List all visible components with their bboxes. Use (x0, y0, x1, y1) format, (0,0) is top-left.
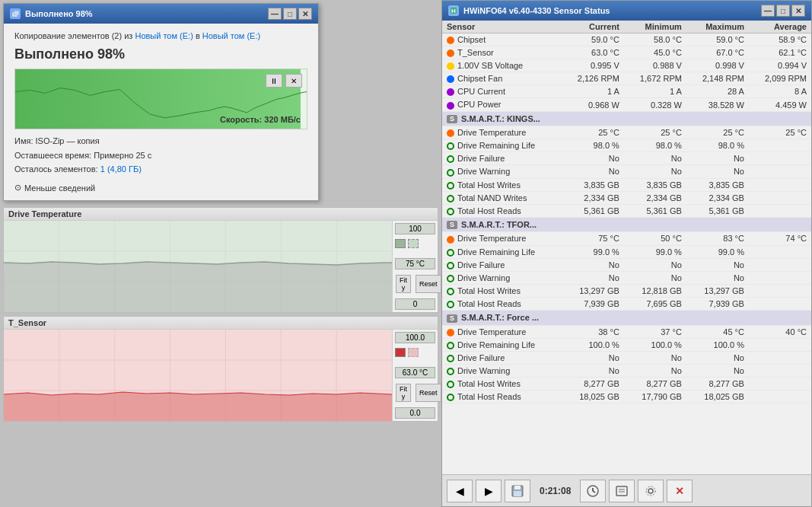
copy-items: Осталось элементов: 1 (4,80 ГБ) (14, 162, 307, 177)
table-row[interactable]: Total NAND Writes2,334 GB2,334 GB2,334 G… (442, 191, 811, 204)
table-row[interactable]: Drive FailureNoNoNo (442, 258, 811, 271)
sensor-average: 62.1 °C (749, 46, 811, 59)
sensor-name: Chipset Fan (442, 72, 562, 85)
sensor-maximum: 59.0 °C (686, 33, 749, 46)
table-row[interactable]: Drive WarningNoNoNo (442, 165, 811, 178)
titlebar-left: Выполнено 98% (10, 8, 93, 19)
sensor-name: Drive Warning (442, 165, 562, 178)
sensor-average (749, 258, 811, 271)
sensor-maximum: No (686, 152, 749, 165)
table-row[interactable]: Total Host Reads18,025 GB17,790 GB18,025… (442, 391, 811, 403)
sensor-maximum: 18,025 GB (686, 391, 749, 403)
sensor-current: 0.968 W (562, 98, 624, 111)
sensor-current: No (562, 351, 624, 364)
table-row[interactable]: Drive FailureNoNoNo (442, 351, 811, 364)
sensor-current: 98.0 % (562, 139, 624, 152)
sensor-average (749, 338, 811, 351)
table-row[interactable]: Total Host Writes8,277 GB8,277 GB8,277 G… (442, 377, 811, 390)
svg-rect-21 (514, 486, 521, 489)
col-current: Current (562, 21, 624, 33)
sensor-maximum: No (686, 258, 749, 271)
table-row[interactable]: CPU Current1 A1 A28 A8 A (442, 85, 811, 98)
source-link1[interactable]: Новый том (E:) (135, 31, 193, 40)
svg-point-29 (648, 489, 653, 493)
table-row[interactable]: Drive Remaining Life100.0 %100.0 %100.0 … (442, 338, 811, 351)
speed-label: Скорость: 320 МБ/с (220, 115, 301, 124)
table-row[interactable]: Drive FailureNoNoNo (442, 152, 811, 165)
stop-button[interactable]: ✕ (285, 74, 302, 88)
sensor-table[interactable]: Sensor Current Minimum Maximum Average C… (442, 21, 811, 474)
table-row[interactable]: Total Host Reads5,361 GB5,361 GB5,361 GB (442, 204, 811, 217)
sensor-current: 38 °C (562, 325, 624, 338)
sensor-current: 75 °C (562, 232, 624, 245)
hwinfo-minimize-btn[interactable]: — (761, 5, 775, 17)
hwinfo-close-btn[interactable]: ✕ (791, 5, 805, 17)
sensor-current: 7,939 GB (562, 297, 624, 310)
hwinfo-restore-btn[interactable]: □ (776, 5, 790, 17)
chart2-fity-button[interactable]: Fit y (396, 384, 411, 402)
sensor-minimum: 8,277 GB (624, 377, 686, 390)
table-row[interactable]: Chipset Fan2,126 RPM1,672 RPM2,148 RPM2,… (442, 72, 811, 85)
close-status-button[interactable]: ✕ (667, 480, 693, 502)
sensor-current: 2,334 GB (562, 191, 624, 204)
sensor-maximum: 2,334 GB (686, 191, 749, 204)
table-row[interactable]: Drive Temperature75 °C50 °C83 °C74 °C (442, 232, 811, 245)
sensor-current: 13,297 GB (562, 284, 624, 297)
table-row[interactable]: 1.00V SB Voltage0.995 V0.988 V0.998 V0.9… (442, 59, 811, 72)
sensor-average (749, 351, 811, 364)
sensor-average (749, 191, 811, 204)
table-row[interactable]: Drive Temperature38 °C37 °C45 °C40 °C (442, 325, 811, 338)
pause-button[interactable]: ⏸ (266, 74, 282, 88)
chart2-legend (393, 346, 438, 359)
source-link2[interactable]: Новый том (E:) (202, 31, 260, 40)
sensor-maximum: 3,835 GB (686, 178, 749, 191)
export-button[interactable] (609, 480, 635, 502)
svg-rect-22 (514, 491, 521, 496)
sensor-average (749, 152, 811, 165)
sensor-name: Drive Remaining Life (442, 338, 562, 351)
table-row[interactable]: Drive Remaining Life98.0 %98.0 %98.0 % (442, 139, 811, 152)
chart2-reset-button[interactable]: Reset (416, 384, 441, 402)
minimize-button[interactable]: — (268, 8, 282, 20)
sensor-name: CPU Current (442, 85, 562, 98)
table-row[interactable]: Chipset59.0 °C58.0 °C59.0 °C58.9 °C (442, 33, 811, 46)
hwinfo-titlebar-left: H HWiNFO64 v6.40-4330 Sensor Status (448, 5, 610, 16)
sensor-minimum: No (624, 165, 686, 178)
table-row[interactable]: T_Sensor63.0 °C45.0 °C67.0 °C62.1 °C (442, 46, 811, 59)
sensor-name: Drive Remaining Life (442, 139, 562, 152)
chart1-reset-button[interactable]: Reset (416, 275, 441, 293)
chart1-legend (393, 237, 438, 250)
table-row[interactable]: CPU Power0.968 W0.328 W38.528 W4.459 W (442, 98, 811, 111)
sensor-name: Drive Warning (442, 364, 562, 377)
sensor-minimum: 98.0 % (624, 139, 686, 152)
save-button[interactable] (505, 480, 530, 502)
sensor-name: Total Host Reads (442, 204, 562, 217)
clock-button[interactable] (580, 480, 606, 502)
table-row[interactable]: Drive WarningNoNoNo (442, 271, 811, 284)
copy-dialog-icon (10, 8, 21, 19)
back-button[interactable]: ◀ (447, 480, 473, 502)
hwinfo-body: Sensor Current Minimum Maximum Average C… (442, 21, 811, 474)
table-row[interactable]: Total Host Writes3,835 GB3,835 GB3,835 G… (442, 178, 811, 191)
copy-source-text: Копирование элементов (2) из Новый том (… (14, 31, 307, 40)
sensor-minimum: 7,695 GB (624, 297, 686, 310)
table-row[interactable]: Drive Temperature25 °C25 °C25 °C25 °C (442, 126, 811, 139)
sensor-maximum: 99.0 % (686, 245, 749, 258)
table-row[interactable]: Total Host Writes13,297 GB12,818 GB13,29… (442, 284, 811, 297)
forward-button[interactable]: ▶ (476, 480, 502, 502)
chart1-header: Drive Temperature (4, 208, 438, 221)
table-row[interactable]: Drive WarningNoNoNo (442, 364, 811, 377)
close-title-button[interactable]: ✕ (298, 8, 312, 20)
table-row[interactable]: Drive Remaining Life99.0 %99.0 %99.0 % (442, 245, 811, 258)
details-toggle[interactable]: ⊙ Меньше сведений (14, 183, 307, 193)
sensor-current: 25 °C (562, 126, 624, 139)
table-row[interactable]: Total Host Reads7,939 GB7,695 GB7,939 GB (442, 297, 811, 310)
sensor-maximum: 13,297 GB (686, 284, 749, 297)
sensor-average: 4.459 W (749, 98, 811, 111)
sensor-minimum: 45.0 °C (624, 46, 686, 59)
restore-button[interactable]: □ (283, 8, 297, 20)
chart1-fity-button[interactable]: Fit y (396, 275, 411, 293)
settings-button[interactable] (638, 480, 664, 502)
sensor-minimum: No (624, 271, 686, 284)
sensor-average (749, 364, 811, 377)
